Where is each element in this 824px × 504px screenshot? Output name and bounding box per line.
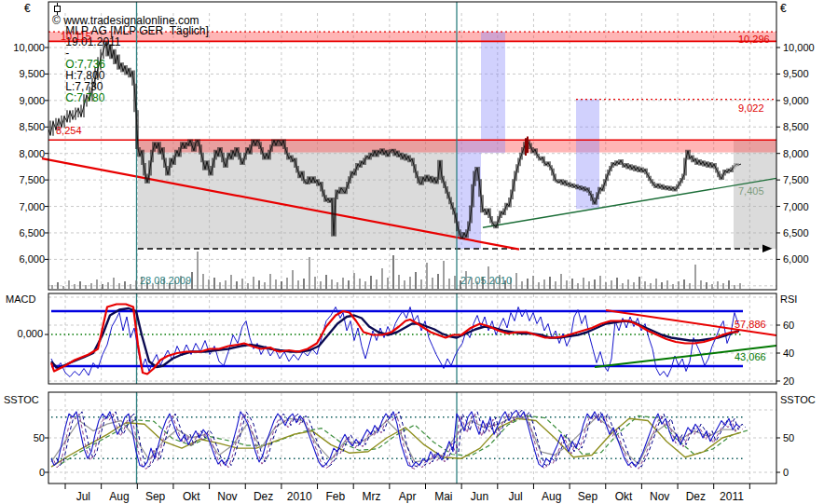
- month-label: Okt: [173, 490, 210, 503]
- month-label: Apr: [390, 490, 426, 503]
- month-label: Dez: [678, 490, 714, 503]
- price-tick-right: 9,000: [783, 95, 809, 106]
- price-tick-left: 6,000: [19, 253, 45, 265]
- month-label: Aug: [102, 490, 138, 503]
- macd-zero-tick: 0,000: [7, 328, 43, 339]
- price-tick-right: 7,500: [783, 174, 809, 185]
- sstoc-panel-title-right: SSTOC: [780, 394, 816, 405]
- month-label: Nov: [641, 490, 678, 503]
- currency-label-right: €: [780, 3, 787, 14]
- month-label: Okt: [606, 490, 642, 503]
- target-9022-label: 9,022: [738, 102, 764, 114]
- price-tick-left: 10,000: [13, 42, 45, 53]
- trendline-7405-label: 7,405: [738, 185, 764, 197]
- sstoc-panel-title-left: SSTOC: [4, 394, 39, 405]
- event-date-1: 28.08.2009: [140, 275, 191, 286]
- month-label: Feb: [318, 490, 354, 503]
- chart-window: € € MLP AG [MLP GER Täglich] 19.01.2011 …: [0, 0, 824, 504]
- currency-label-left: €: [24, 3, 31, 14]
- event-date-2: 27.05.2010: [460, 275, 512, 286]
- price-tick-right: 6,500: [783, 227, 809, 238]
- resistance-8254-label: 8,254: [56, 125, 82, 136]
- price-tick-left: 6,500: [19, 227, 45, 238]
- price-tick-right: 7,000: [783, 201, 809, 212]
- rsi-tick: 60: [783, 320, 794, 331]
- rsi-panel-title: RSI: [780, 293, 797, 305]
- price-tick-left: 8,000: [19, 148, 45, 159]
- macd-rsi-panel: [51, 305, 776, 377]
- rsi-support-value: 43,066: [735, 351, 766, 362]
- price-tick-left: 8,500: [19, 121, 45, 132]
- price-tick-right: 9,500: [783, 68, 809, 79]
- month-label: 2011: [714, 490, 750, 503]
- resistance-10296-label: 10,296: [738, 34, 770, 45]
- month-label: Sep: [570, 490, 606, 503]
- sstoc-panel: [51, 410, 750, 469]
- macd-panel-title: MACD: [6, 293, 35, 305]
- resistance-10115-label: 10,115: [61, 31, 91, 42]
- price-tick-right: 8,500: [783, 121, 809, 132]
- rsi-tick: 40: [783, 347, 794, 359]
- sstoc-tick-right: 0: [783, 467, 789, 478]
- month-label: 2010: [282, 490, 318, 503]
- price-tick-right: 8,000: [783, 148, 809, 159]
- rsi-tick: 20: [783, 375, 794, 387]
- rsi-resistance-value: 57,886: [735, 319, 766, 330]
- month-label: Dez: [245, 490, 282, 503]
- copyright-label: © www.tradesignalonline.com: [52, 15, 199, 26]
- price-tick-left: 7,500: [19, 174, 45, 185]
- month-label: Sep: [137, 490, 173, 503]
- sstoc-tick-left: 50: [34, 432, 45, 443]
- month-label: Jul: [498, 490, 534, 503]
- sstoc-tick-right: 50: [783, 432, 794, 443]
- month-label: Mai: [426, 490, 462, 503]
- price-tick-right: 10,000: [783, 42, 815, 53]
- month-label: Nov: [210, 490, 246, 503]
- sstoc-tick-left: 0: [39, 467, 45, 478]
- price-tick-left: 9,000: [19, 95, 45, 106]
- month-label: Aug: [533, 490, 570, 503]
- price-tick-right: 6,000: [783, 253, 809, 265]
- price-tick-left: 7,000: [19, 201, 45, 212]
- month-label: Jul: [65, 490, 102, 503]
- month-label: Jun: [461, 490, 498, 503]
- close-value: C:7,780: [65, 91, 104, 104]
- month-label: Mrz: [353, 490, 390, 503]
- price-tick-left: 9,500: [19, 68, 45, 79]
